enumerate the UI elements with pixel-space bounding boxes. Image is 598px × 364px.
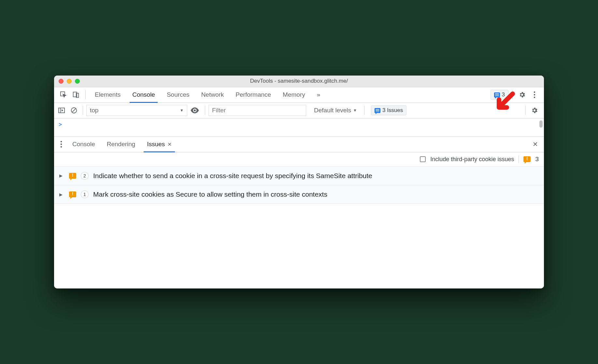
drawer-tab-rendering[interactable]: Rendering <box>102 137 141 152</box>
issues-counter-button[interactable]: 3 Issues <box>371 105 406 115</box>
scrollbar-thumb[interactable] <box>539 120 543 128</box>
tab-network[interactable]: Network <box>196 87 229 103</box>
issue-warning-icon: ! <box>523 156 531 162</box>
issue-row[interactable]: ▶ ! 2 Indicate whether to send a cookie … <box>54 167 544 185</box>
console-input-area[interactable]: > <box>54 119 544 137</box>
close-window-button[interactable] <box>59 79 64 84</box>
svg-point-9 <box>61 141 62 142</box>
svg-point-5 <box>534 97 535 98</box>
window-title: DevTools - samesite-sandbox.glitch.me/ <box>54 78 544 84</box>
tab-performance[interactable]: Performance <box>230 87 276 103</box>
separator <box>83 106 83 115</box>
tab-console[interactable]: Console <box>127 87 160 103</box>
log-levels-select[interactable]: Default levels ▼ <box>314 107 357 114</box>
console-prompt: > <box>59 121 62 128</box>
settings-gear-icon[interactable] <box>517 89 528 100</box>
issue-row[interactable]: ▶ ! 1 Mark cross-site cookies as Secure … <box>54 185 544 204</box>
chevron-down-icon: ▼ <box>353 108 357 113</box>
svg-point-3 <box>534 91 535 93</box>
issue-count-badge: 2 <box>81 172 89 180</box>
filter-input[interactable] <box>208 105 306 116</box>
show-console-sidebar-icon[interactable] <box>58 107 67 114</box>
main-tab-strip: Elements Console Sources Network Perform… <box>54 87 544 103</box>
issues-total-count: 3 <box>535 156 539 163</box>
svg-point-11 <box>61 146 62 147</box>
issue-warning-icon: ! <box>69 173 76 179</box>
levels-label: Default levels <box>314 107 351 114</box>
execution-context-select[interactable]: top ▼ <box>86 105 187 116</box>
message-icon <box>375 108 380 113</box>
issues-counter-button[interactable]: 3 <box>491 90 508 100</box>
tab-sources[interactable]: Sources <box>162 87 195 103</box>
tab-elements[interactable]: Elements <box>90 87 126 103</box>
separator <box>512 90 513 99</box>
drawer-tab-issues[interactable]: Issues ✕ <box>142 137 177 152</box>
drawer-more-icon[interactable] <box>57 139 66 150</box>
issues-label: 3 Issues <box>382 107 403 114</box>
issues-blank-area <box>54 204 544 288</box>
context-value: top <box>90 107 98 114</box>
close-drawer-icon[interactable]: ✕ <box>529 140 541 148</box>
issues-toolbar: Include third-party cookie issues ! 3 <box>54 152 544 167</box>
issues-counter-value: 3 <box>502 91 505 98</box>
drawer-tab-strip: Console Rendering Issues ✕ ✕ <box>54 137 544 152</box>
console-toolbar: top ▼ Default levels ▼ 3 Issues <box>54 103 544 119</box>
clear-console-icon[interactable] <box>70 107 79 114</box>
devtools-window: DevTools - samesite-sandbox.glitch.me/ E… <box>54 76 544 289</box>
device-toolbar-icon[interactable] <box>70 89 81 100</box>
expand-chevron-icon[interactable]: ▶ <box>59 192 64 197</box>
console-settings-gear-icon[interactable] <box>529 105 540 116</box>
close-tab-icon[interactable]: ✕ <box>167 141 172 147</box>
svg-point-10 <box>61 144 62 145</box>
drawer-tab-console[interactable]: Console <box>67 137 100 152</box>
tabs-overflow-button[interactable]: » <box>312 87 326 103</box>
minimize-window-button[interactable] <box>67 79 72 84</box>
chevron-down-icon: ▼ <box>180 108 184 113</box>
separator <box>85 90 86 99</box>
message-icon <box>494 92 500 97</box>
separator <box>205 106 205 115</box>
expand-chevron-icon[interactable]: ▶ <box>59 173 64 178</box>
svg-point-4 <box>534 94 535 95</box>
include-third-party-checkbox[interactable] <box>420 156 426 162</box>
separator <box>519 155 519 163</box>
window-controls <box>59 79 80 84</box>
titlebar: DevTools - samesite-sandbox.glitch.me/ <box>54 76 544 87</box>
include-third-party-label: Include third-party cookie issues <box>430 156 514 163</box>
issue-title: Indicate whether to send a cookie in a c… <box>93 171 539 180</box>
inspect-element-icon[interactable] <box>58 89 69 100</box>
maximize-window-button[interactable] <box>75 79 80 84</box>
issue-warning-icon: ! <box>69 191 76 197</box>
svg-point-8 <box>194 109 196 111</box>
live-expression-eye-icon[interactable] <box>191 107 202 113</box>
issue-title: Mark cross-site cookies as Secure to all… <box>93 190 539 199</box>
tab-memory[interactable]: Memory <box>278 87 310 103</box>
separator <box>525 106 526 115</box>
more-menu-icon[interactable] <box>529 89 540 100</box>
issue-count-badge: 1 <box>81 190 89 198</box>
separator <box>364 106 364 115</box>
